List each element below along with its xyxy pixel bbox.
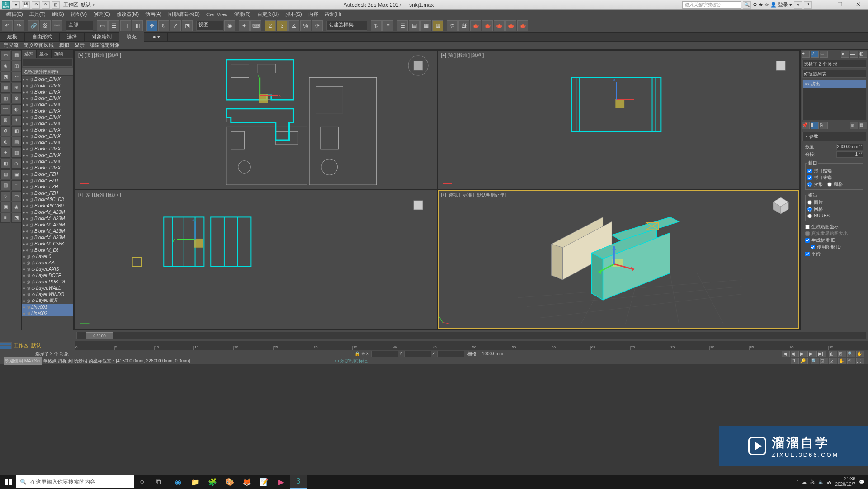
menu-item[interactable]: 创建(C) — [90, 10, 113, 19]
zoom-icon[interactable]: 🔍 — [847, 351, 855, 357]
nav-zoomall-icon[interactable]: ⊡ — [820, 358, 828, 364]
nav-zoom-icon[interactable]: 🔍 — [811, 358, 819, 364]
search-icon[interactable]: 🔍 — [743, 1, 751, 9]
login-label[interactable]: 登录 — [778, 2, 788, 7]
time-config-icon[interactable]: ⏱ — [791, 358, 799, 364]
bind-icon[interactable]: 〰 — [52, 20, 62, 31]
spinner-snap-icon[interactable]: ⟳ — [312, 20, 323, 31]
left-tool-icon[interactable]: ◫ — [11, 61, 21, 71]
pivot-icon[interactable]: ◉ — [224, 20, 235, 31]
left-tool-icon[interactable]: ◧ — [11, 126, 21, 136]
viewport-layout-icon[interactable] — [0, 342, 12, 349]
menu-item[interactable]: 编辑(E) — [4, 10, 26, 19]
left-tool-icon[interactable]: 〰 — [11, 72, 21, 82]
left-tool-icon[interactable]: ▭ — [11, 191, 21, 201]
3dsmax-taskbar-icon[interactable]: 3 — [290, 475, 307, 489]
y-coord-input[interactable] — [404, 351, 431, 357]
ribbon-tab[interactable]: 填充 — [119, 32, 144, 42]
scene-item[interactable]: ▸●◑ Block:M_A23M — [22, 215, 73, 221]
scene-item[interactable]: ▸●◑ Block:_DIMX — [22, 108, 73, 114]
taskbar-clock[interactable]: 21:36 2020/12/7 — [835, 476, 856, 487]
scene-item[interactable]: ●◑ ◇ Layer:DOTE — [22, 272, 73, 278]
segments-spinner[interactable]: 1 — [836, 151, 863, 158]
scene-item[interactable]: ▸●◑ Block:_DIMX — [22, 139, 73, 146]
select-region-icon[interactable]: ◫ — [120, 20, 131, 31]
menu-item[interactable]: 脚本(S) — [283, 10, 305, 19]
prev-frame-icon[interactable]: ◀ — [791, 351, 799, 357]
explorer-icon[interactable]: 📁 — [187, 475, 203, 489]
isolate-icon[interactable]: ◐ — [829, 351, 837, 357]
menu-item[interactable]: 图形编辑器(D) — [165, 10, 203, 19]
move-icon[interactable]: ✥ — [146, 20, 157, 31]
render-cloud-icon[interactable]: 🫖 — [505, 20, 516, 31]
morph-radio[interactable] — [807, 182, 812, 187]
scene-item[interactable]: ▸●◑ Block:_FZH — [22, 171, 73, 177]
scene-item[interactable]: ▸●◑ Block:A$C1D3 — [22, 196, 73, 202]
pan-icon[interactable]: ✋ — [856, 351, 864, 357]
nav-maximize-icon[interactable]: ⛶ — [856, 358, 864, 364]
scene-item[interactable]: ●◑ ◇ Layer:0 — [22, 253, 73, 259]
scene-item[interactable]: ▸●◑ Block:_DIMX — [22, 146, 73, 152]
amount-spinner[interactable]: 2800.0mm — [836, 144, 863, 150]
angle-snap-icon[interactable]: ∡ — [288, 20, 299, 31]
pin-stack-icon[interactable]: 📌 — [802, 122, 810, 129]
selection-filter[interactable]: 全部 — [66, 21, 93, 31]
output-patch-radio[interactable] — [807, 200, 812, 205]
scene-item[interactable]: ●◑ ◇ Layer:AXIS — [22, 266, 73, 272]
z-coord-input[interactable] — [437, 351, 464, 357]
unlink-icon[interactable]: ⛓ — [40, 20, 51, 31]
scene-item[interactable]: ▸●◑ Block:_DIMX — [22, 101, 73, 108]
scene-item[interactable]: ▸●◑ Block:_FZH — [22, 190, 73, 196]
left-tool-icon[interactable]: ◉ — [11, 202, 21, 212]
scene-item[interactable]: ▸●◑ Block:M_A23M — [22, 221, 73, 228]
app-logo[interactable]: 3max — [2, 1, 10, 9]
scene-item[interactable]: ▸●◑ Block:_DIMX — [22, 82, 73, 89]
gen-map-checkbox[interactable] — [805, 225, 810, 229]
left-tool-icon[interactable]: ◇ — [11, 159, 21, 169]
left-tool-icon[interactable]: ⚙ — [0, 126, 10, 136]
app-icon[interactable]: ▶ — [273, 475, 289, 489]
close-button[interactable]: ✕ — [850, 0, 866, 9]
start-button[interactable] — [0, 475, 16, 489]
task-view-icon[interactable]: ⧉ — [150, 475, 166, 489]
left-tool-icon[interactable]: ▣ — [11, 169, 21, 179]
output-mesh-radio[interactable] — [807, 207, 812, 212]
scene-item[interactable]: ▸●◑ Block:_FZH — [22, 177, 73, 183]
scene-item[interactable]: ▸●◑ Block:A$C7B0 — [22, 202, 73, 209]
ribbon-tab[interactable]: 自由形式 — [25, 32, 60, 42]
ribbon-sub-item[interactable]: 编辑选定对象 — [90, 42, 120, 49]
left-tool-icon[interactable]: ▭ — [0, 50, 10, 60]
remove-mod-icon[interactable]: 🗑 — [850, 122, 858, 129]
scene-item[interactable]: ▸●◑ Block:_DIMX — [22, 152, 73, 158]
notifications-icon[interactable]: 💬 — [859, 480, 864, 484]
menu-item[interactable]: 视图(V) — [68, 10, 90, 19]
workspace-label[interactable]: 工作区: 默认 — [63, 1, 91, 8]
scene-item[interactable]: ●◑ Line002 — [22, 310, 73, 316]
left-tool-icon[interactable]: ✦ — [11, 115, 21, 125]
left-tool-icon[interactable]: ⊞ — [0, 115, 10, 125]
mirror-icon[interactable]: ⇅ — [371, 20, 382, 31]
left-tool-icon[interactable]: ⚙ — [11, 94, 21, 103]
rotate-icon[interactable]: ↻ — [158, 20, 169, 31]
ribbon-sub-item[interactable]: 模拟 — [59, 42, 69, 49]
redo-button[interactable]: ↷ — [14, 20, 24, 31]
minimize-button[interactable]: — — [814, 0, 830, 9]
modify-panel-icon[interactable]: ↗ — [811, 51, 819, 58]
scene-item[interactable]: ▸●◑ Block:_DIMX — [22, 165, 73, 171]
viewcube-icon[interactable] — [769, 54, 792, 77]
left-tool-icon[interactable]: ⊞ — [11, 83, 21, 93]
goto-start-icon[interactable]: |◀ — [782, 351, 790, 357]
ribbon-sub-item[interactable]: 显示 — [75, 42, 85, 49]
left-tool-icon[interactable]: ▤ — [0, 169, 10, 179]
left-tool-icon[interactable]: ▥ — [0, 180, 10, 190]
grid-radio[interactable] — [827, 182, 832, 187]
scene-tab[interactable]: 显示 — [37, 50, 52, 58]
left-tool-icon[interactable]: ⬔ — [11, 213, 21, 223]
schematic-icon[interactable]: ▦ — [420, 20, 431, 31]
undo-icon[interactable]: ↶ — [32, 1, 40, 9]
edge-icon[interactable]: ◉ — [170, 475, 186, 489]
scene-item[interactable]: ▸●◑ Block:M_A23M — [22, 228, 73, 234]
goto-end-icon[interactable]: ▶| — [818, 351, 826, 357]
percent-snap-icon[interactable]: % — [300, 20, 311, 31]
viewcube-icon[interactable] — [407, 194, 429, 216]
